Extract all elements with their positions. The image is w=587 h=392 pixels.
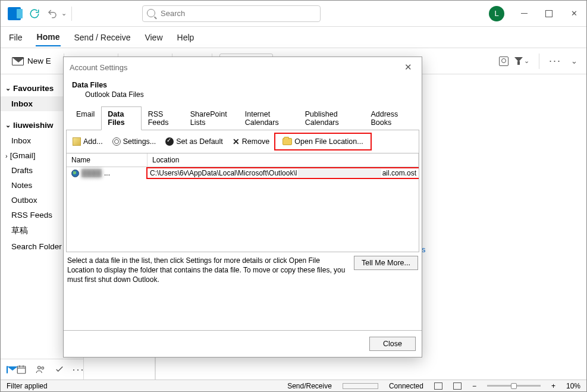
menu-help[interactable]: Help (176, 29, 196, 46)
dialog-subheading: Outlook Data Files (72, 90, 413, 99)
table-row[interactable]: ████ ... C:\Users\6v\AppData\Local\Micro… (67, 167, 419, 179)
tab-address-books[interactable]: Address Books (364, 106, 416, 130)
people-view-icon[interactable] (35, 364, 46, 375)
location-prefix: C:\Users\6v\AppData\Local\Microsoft\Outl… (150, 169, 297, 177)
contact-card-icon[interactable] (499, 57, 508, 66)
dialog-title: Account Settings (70, 63, 128, 72)
menu-view[interactable]: View (143, 29, 164, 46)
dialog-heading: Data Files (72, 81, 413, 89)
chevron-right-icon: › (5, 152, 8, 159)
dialog-header: Data Files Outlook Data Files (64, 77, 422, 106)
zoom-slider[interactable] (487, 385, 541, 387)
account-label: liuweishiw (13, 121, 54, 130)
open-file-location-label: Open File Location... (294, 137, 363, 146)
dialog-tabstrip: EmailData FilesRSS FeedsSharePoint Lists… (66, 106, 419, 130)
sync-icon[interactable] (29, 8, 40, 19)
favourites-label: Favourites (13, 84, 54, 93)
envelope-icon (12, 57, 24, 65)
dialog-toolbar: Add... Settings... Set as Default ✕ Remo… (66, 130, 419, 153)
dialog-footer: Close (64, 330, 422, 357)
remove-datafile-button[interactable]: ✕ Remove (230, 136, 272, 148)
svg-point-4 (38, 366, 41, 369)
remove-label: Remove (242, 137, 270, 146)
view-reading-icon[interactable] (453, 382, 462, 390)
window-maximize-button[interactable] (536, 1, 561, 27)
dialog-close-footer-button[interactable]: Close (369, 337, 416, 351)
menu-send-receive[interactable]: Send / Receive (73, 29, 131, 46)
tab-internet-calendars[interactable]: Internet Calendars (238, 106, 299, 130)
gear-icon (112, 137, 121, 146)
settings-datafile-button[interactable]: Settings... (110, 136, 159, 147)
tasks-view-icon[interactable] (54, 364, 65, 375)
checkmark-circle-icon (165, 137, 174, 146)
dialog-titlebar: Account Settings ✕ (64, 57, 422, 77)
ribbon-expand-chevron-icon[interactable]: ⌄ (567, 57, 580, 65)
set-default-button[interactable]: Set as Default (163, 136, 225, 147)
chevron-down-icon: ⌄ (5, 84, 11, 92)
qat-chevron-icon[interactable]: ⌄ (61, 10, 67, 17)
connection-status: Connected (389, 382, 423, 390)
add-icon (73, 137, 81, 146)
nav-bottom-bar: ··· (1, 359, 83, 380)
menu-home[interactable]: Home (36, 29, 61, 46)
remove-x-icon: ✕ (233, 137, 240, 146)
search-input[interactable] (142, 5, 321, 22)
search-icon (147, 9, 155, 17)
undo-dropdown-icon[interactable] (47, 8, 58, 19)
location-suffix: ail.com.ost (382, 169, 416, 177)
set-default-label: Set as Default (176, 137, 223, 146)
tell-me-more-button[interactable]: Tell Me More... (354, 256, 418, 270)
new-email-button[interactable]: New E (7, 54, 56, 68)
funnel-icon (514, 57, 523, 65)
chevron-down-icon: ⌄ (524, 57, 529, 65)
tab-sharepoint-lists[interactable]: SharePoint Lists (184, 106, 238, 130)
location-masked-segment (298, 169, 381, 177)
title-bar: ⌄ L (1, 1, 586, 27)
sendreceive-status: Send/Receive (287, 382, 332, 390)
separator (539, 54, 539, 69)
outlook-app-icon (8, 7, 21, 20)
user-avatar[interactable]: L (489, 6, 504, 21)
progress-bar (343, 383, 378, 389)
folder-icon (282, 138, 292, 145)
col-header-location[interactable]: Location (147, 153, 419, 167)
col-header-name[interactable]: Name (67, 153, 147, 167)
new-email-label: New E (27, 57, 51, 65)
view-normal-icon[interactable] (434, 382, 442, 390)
menu-bar: FileHomeSend / ReceiveViewHelp (1, 27, 586, 48)
tab-published-calendars[interactable]: Published Calendars (299, 106, 365, 130)
more-dots-icon[interactable]: ··· (549, 55, 561, 67)
svg-rect-3 (17, 366, 26, 374)
tab-data-files[interactable]: Data Files (101, 106, 141, 130)
search-container (142, 5, 321, 22)
window-minimize-button[interactable] (511, 1, 536, 27)
filter-status: Filter applied (7, 382, 48, 390)
account-settings-dialog: Account Settings ✕ Data Files Outlook Da… (63, 57, 422, 357)
status-bar: Filter applied Send/Receive Connected − … (1, 380, 586, 391)
dialog-help-area: Select a data file in the list, then cli… (67, 256, 418, 285)
globe-icon (71, 170, 79, 177)
open-file-location-button[interactable]: Open File Location... (277, 135, 369, 148)
dialog-close-button[interactable]: ✕ (401, 61, 416, 74)
window-close-button[interactable] (561, 1, 586, 27)
mail-view-icon[interactable] (7, 366, 8, 374)
zoom-out-button[interactable]: − (472, 382, 476, 390)
separator (71, 7, 72, 21)
filter-button[interactable]: ⌄ (514, 57, 529, 65)
tab-rss-feeds[interactable]: RSS Feeds (142, 106, 184, 130)
table-header-row: Name Location (67, 153, 419, 167)
datafiles-table: Name Location ████ ... C:\Users\6v\AppDa… (66, 153, 419, 252)
datafile-name-masked: ████ (81, 169, 102, 177)
add-label: Add... (83, 137, 103, 146)
help-text: Select a data file in the list, then cli… (67, 256, 347, 285)
svg-point-5 (42, 367, 44, 369)
add-datafile-button[interactable]: Add... (70, 136, 105, 147)
menu-file[interactable]: File (8, 29, 24, 46)
zoom-in-button[interactable]: + (551, 382, 555, 390)
settings-label: Settings... (123, 137, 156, 146)
chevron-down-icon: ⌄ (5, 121, 11, 129)
more-views-icon[interactable]: ··· (73, 364, 84, 375)
zoom-percent: 10% (566, 382, 580, 390)
tab-email[interactable]: Email (70, 106, 101, 130)
